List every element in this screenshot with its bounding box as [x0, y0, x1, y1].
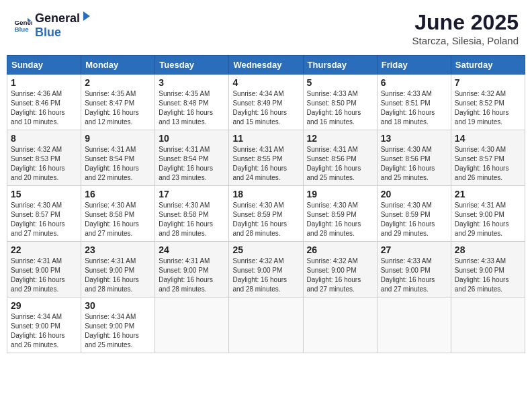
day-number: 30 — [85, 300, 151, 311]
day-number: 11 — [232, 133, 299, 144]
day-number: 14 — [455, 133, 521, 144]
day-number: 18 — [232, 189, 299, 199]
table-row — [303, 298, 377, 353]
table-row: 25 Sunrise: 4:32 AM Sunset: 9:00 PM Dayl… — [229, 242, 303, 298]
day-info: Sunrise: 4:35 AM Sunset: 8:48 PM Dayligh… — [159, 89, 225, 127]
calendar-week-row: 15 Sunrise: 4:30 AM Sunset: 8:57 PM Dayl… — [7, 186, 525, 242]
day-number: 8 — [11, 133, 77, 144]
table-row — [451, 298, 525, 353]
day-number: 21 — [455, 189, 521, 199]
table-row: 27 Sunrise: 4:33 AM Sunset: 9:00 PM Dayl… — [377, 242, 451, 298]
day-number: 26 — [307, 244, 373, 255]
logo-arrow-icon — [81, 10, 93, 22]
day-info: Sunrise: 4:34 AM Sunset: 9:00 PM Dayligh… — [85, 312, 151, 350]
table-row: 10 Sunrise: 4:31 AM Sunset: 8:54 PM Dayl… — [155, 130, 229, 186]
day-number: 1 — [11, 77, 77, 88]
logo-text-blue: Blue — [35, 26, 61, 39]
col-wednesday: Wednesday — [229, 56, 303, 75]
day-number: 7 — [455, 77, 521, 88]
table-row: 8 Sunrise: 4:32 AM Sunset: 8:53 PM Dayli… — [7, 130, 81, 186]
table-row: 5 Sunrise: 4:33 AM Sunset: 8:50 PM Dayli… — [303, 75, 377, 130]
svg-text:Blue: Blue — [14, 26, 29, 33]
day-number: 23 — [85, 244, 151, 255]
day-number: 24 — [159, 244, 225, 255]
table-row: 17 Sunrise: 4:30 AM Sunset: 8:58 PM Dayl… — [155, 186, 229, 242]
day-number: 9 — [85, 133, 151, 144]
calendar-week-row: 22 Sunrise: 4:31 AM Sunset: 9:00 PM Dayl… — [7, 242, 525, 298]
day-info: Sunrise: 4:31 AM Sunset: 8:54 PM Dayligh… — [159, 145, 225, 183]
table-row: 20 Sunrise: 4:30 AM Sunset: 8:59 PM Dayl… — [377, 186, 451, 242]
day-number: 15 — [11, 189, 77, 199]
day-info: Sunrise: 4:31 AM Sunset: 9:00 PM Dayligh… — [85, 257, 151, 294]
day-number: 20 — [381, 189, 447, 199]
col-monday: Monday — [81, 56, 155, 75]
day-info: Sunrise: 4:30 AM Sunset: 8:57 PM Dayligh… — [11, 201, 77, 238]
day-number: 19 — [307, 189, 373, 199]
day-info: Sunrise: 4:31 AM Sunset: 9:00 PM Dayligh… — [159, 257, 225, 294]
table-row: 4 Sunrise: 4:34 AM Sunset: 8:49 PM Dayli… — [229, 75, 303, 130]
table-row: 29 Sunrise: 4:34 AM Sunset: 9:00 PM Dayl… — [7, 298, 81, 353]
day-number: 13 — [381, 133, 447, 144]
day-number: 27 — [381, 244, 447, 255]
day-info: Sunrise: 4:31 AM Sunset: 9:00 PM Dayligh… — [11, 257, 77, 294]
day-number: 3 — [159, 77, 225, 88]
col-sunday: Sunday — [7, 56, 81, 75]
day-info: Sunrise: 4:32 AM Sunset: 9:00 PM Dayligh… — [232, 257, 299, 294]
calendar-week-row: 29 Sunrise: 4:34 AM Sunset: 9:00 PM Dayl… — [7, 298, 525, 353]
day-info: Sunrise: 4:33 AM Sunset: 8:51 PM Dayligh… — [381, 89, 447, 127]
calendar-table: Sunday Monday Tuesday Wednesday Thursday… — [7, 55, 525, 353]
day-info: Sunrise: 4:33 AM Sunset: 9:00 PM Dayligh… — [381, 257, 447, 294]
day-info: Sunrise: 4:31 AM Sunset: 9:00 PM Dayligh… — [455, 201, 521, 238]
day-number: 12 — [307, 133, 373, 144]
table-row: 16 Sunrise: 4:30 AM Sunset: 8:58 PM Dayl… — [81, 186, 155, 242]
col-tuesday: Tuesday — [155, 56, 229, 75]
day-info: Sunrise: 4:32 AM Sunset: 8:53 PM Dayligh… — [11, 145, 77, 183]
month-title: June 2025 — [412, 10, 519, 35]
day-info: Sunrise: 4:30 AM Sunset: 8:59 PM Dayligh… — [232, 201, 299, 238]
table-row: 14 Sunrise: 4:30 AM Sunset: 8:57 PM Dayl… — [451, 130, 525, 186]
day-info: Sunrise: 4:31 AM Sunset: 8:54 PM Dayligh… — [85, 145, 151, 183]
table-row: 24 Sunrise: 4:31 AM Sunset: 9:00 PM Dayl… — [155, 242, 229, 298]
day-info: Sunrise: 4:30 AM Sunset: 8:58 PM Dayligh… — [159, 201, 225, 238]
day-info: Sunrise: 4:30 AM Sunset: 8:59 PM Dayligh… — [381, 201, 447, 238]
day-number: 25 — [232, 244, 299, 255]
table-row: 15 Sunrise: 4:30 AM Sunset: 8:57 PM Dayl… — [7, 186, 81, 242]
table-row: 13 Sunrise: 4:30 AM Sunset: 8:56 PM Dayl… — [377, 130, 451, 186]
table-row: 11 Sunrise: 4:31 AM Sunset: 8:55 PM Dayl… — [229, 130, 303, 186]
calendar-header-row: Sunday Monday Tuesday Wednesday Thursday… — [7, 56, 525, 75]
table-row — [155, 298, 229, 353]
day-info: Sunrise: 4:34 AM Sunset: 8:49 PM Dayligh… — [232, 89, 299, 127]
day-number: 28 — [455, 244, 521, 255]
day-number: 22 — [11, 244, 77, 255]
table-row: 12 Sunrise: 4:31 AM Sunset: 8:56 PM Dayl… — [303, 130, 377, 186]
calendar-week-row: 8 Sunrise: 4:32 AM Sunset: 8:53 PM Dayli… — [7, 130, 525, 186]
calendar-week-row: 1 Sunrise: 4:36 AM Sunset: 8:46 PM Dayli… — [7, 75, 525, 130]
day-number: 17 — [159, 189, 225, 199]
table-row: 9 Sunrise: 4:31 AM Sunset: 8:54 PM Dayli… — [81, 130, 155, 186]
logo-icon: General Blue — [13, 15, 32, 34]
day-info: Sunrise: 4:31 AM Sunset: 8:55 PM Dayligh… — [232, 145, 299, 183]
logo-text-general: General — [35, 11, 80, 26]
location-title: Starcza, Silesia, Poland — [412, 35, 519, 46]
table-row: 18 Sunrise: 4:30 AM Sunset: 8:59 PM Dayl… — [229, 186, 303, 242]
title-area: June 2025 Starcza, Silesia, Poland — [412, 10, 519, 46]
day-info: Sunrise: 4:35 AM Sunset: 8:47 PM Dayligh… — [85, 89, 151, 127]
day-number: 5 — [307, 77, 373, 88]
logo: General Blue General Blue — [13, 10, 93, 40]
table-row — [377, 298, 451, 353]
day-info: Sunrise: 4:31 AM Sunset: 8:56 PM Dayligh… — [307, 145, 373, 183]
table-row: 19 Sunrise: 4:30 AM Sunset: 8:59 PM Dayl… — [303, 186, 377, 242]
day-number: 16 — [85, 189, 151, 199]
day-number: 4 — [232, 77, 299, 88]
day-info: Sunrise: 4:32 AM Sunset: 9:00 PM Dayligh… — [307, 257, 373, 294]
table-row: 2 Sunrise: 4:35 AM Sunset: 8:47 PM Dayli… — [81, 75, 155, 130]
table-row: 3 Sunrise: 4:35 AM Sunset: 8:48 PM Dayli… — [155, 75, 229, 130]
table-row: 30 Sunrise: 4:34 AM Sunset: 9:00 PM Dayl… — [81, 298, 155, 353]
col-saturday: Saturday — [451, 56, 525, 75]
table-row: 28 Sunrise: 4:33 AM Sunset: 9:00 PM Dayl… — [451, 242, 525, 298]
table-row: 7 Sunrise: 4:32 AM Sunset: 8:52 PM Dayli… — [451, 75, 525, 130]
day-info: Sunrise: 4:30 AM Sunset: 8:57 PM Dayligh… — [455, 145, 521, 183]
day-number: 29 — [11, 300, 77, 311]
day-info: Sunrise: 4:34 AM Sunset: 9:00 PM Dayligh… — [11, 312, 77, 350]
day-info: Sunrise: 4:30 AM Sunset: 8:58 PM Dayligh… — [85, 201, 151, 238]
